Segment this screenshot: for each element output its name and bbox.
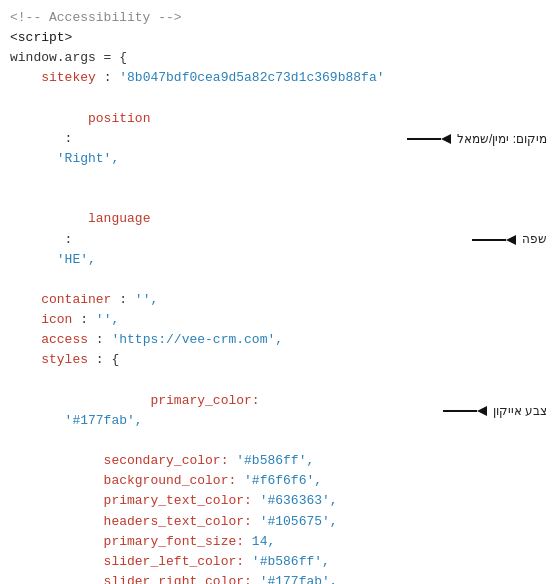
secondary-color-key: secondary_color:: [10, 451, 228, 471]
position-annotation: מיקום: ימין/שמאל: [407, 130, 547, 149]
position-val: 'Right',: [57, 151, 119, 166]
primary-color-val: '#177fab',: [57, 413, 143, 428]
styles-open: {: [111, 350, 119, 370]
styles-sep: :: [88, 350, 111, 370]
line-icon: icon : '',: [10, 310, 547, 330]
line-font-size: primary_font_size: 14,: [10, 532, 547, 552]
position-key: position: [57, 111, 151, 126]
position-ann-label: מיקום: ימין/שמאל: [457, 130, 547, 149]
line-comment: <!-- Accessibility -->: [10, 8, 547, 28]
secondary-color-val: '#b586ff',: [228, 451, 314, 471]
container-val: '',: [135, 290, 158, 310]
font-size-key: primary_font_size:: [10, 532, 244, 552]
sitekey-val: '8b047bdf0cea9d5a82c73d1c369b88fa': [119, 68, 384, 88]
line-container: container : '',: [10, 290, 547, 310]
code-container: <!-- Accessibility --> <script> window.a…: [0, 0, 557, 584]
primary-color-annotation: צבע אייקון: [443, 402, 547, 421]
line-background-color: background_color: '#f6f6f6',: [10, 471, 547, 491]
background-color-key: background_color:: [10, 471, 236, 491]
line-access: access : 'https://vee-crm.com',: [10, 330, 547, 350]
primary-text-val: '#636363',: [252, 491, 338, 511]
window-args-text: window.args = {: [10, 48, 127, 68]
slider-right-val: '#177fab',: [252, 572, 338, 584]
icon-val: '',: [96, 310, 119, 330]
line-script-open: <script>: [10, 28, 547, 48]
font-size-val: 14,: [244, 532, 275, 552]
line-window-args: window.args = {: [10, 48, 547, 68]
position-sep: :: [57, 131, 80, 146]
headers-text-key: headers_text_color:: [10, 512, 252, 532]
sitekey-sep: :: [96, 68, 119, 88]
background-color-val: '#f6f6f6',: [236, 471, 322, 491]
primary-color-ann-label: צבע אייקון: [493, 402, 547, 421]
language-sep: :: [57, 232, 80, 247]
primary-color-key: primary_color:: [57, 393, 260, 408]
language-val: 'HE',: [57, 252, 96, 267]
primary-text-key: primary_text_color:: [10, 491, 252, 511]
icon-key: icon: [10, 310, 72, 330]
line-secondary-color: secondary_color: '#b586ff',: [10, 451, 547, 471]
access-val: 'https://vee-crm.com',: [111, 330, 283, 350]
primary-color-arrow: [443, 403, 487, 419]
language-arrow: [472, 232, 516, 248]
sitekey-key: sitekey: [10, 68, 96, 88]
line-language: language : 'HE', שפה: [10, 189, 547, 290]
access-sep: :: [88, 330, 111, 350]
line-slider-right: slider_right_color: '#177fab',: [10, 572, 547, 584]
slider-left-val: '#b586ff',: [244, 552, 330, 572]
line-position: position : 'Right', מיקום: ימין/שמאל: [10, 89, 547, 190]
headers-text-val: '#105675',: [252, 512, 338, 532]
line-slider-left: slider_left_color: '#b586ff',: [10, 552, 547, 572]
language-key: language: [57, 211, 151, 226]
line-primary-color: primary_color: '#177fab', צבע אייקון: [10, 371, 547, 452]
container-key: container: [10, 290, 111, 310]
language-ann-label: שפה: [522, 230, 547, 249]
slider-right-key: slider_right_color:: [10, 572, 252, 584]
styles-key: styles: [10, 350, 88, 370]
language-annotation: שפה: [472, 230, 547, 249]
line-styles: styles : {: [10, 350, 547, 370]
line-headers-text: headers_text_color: '#105675',: [10, 512, 547, 532]
comment-text: <!-- Accessibility -->: [10, 8, 182, 28]
slider-left-key: slider_left_color:: [10, 552, 244, 572]
icon-sep: :: [72, 310, 95, 330]
script-tag: <script>: [10, 28, 72, 48]
line-sitekey: sitekey : '8b047bdf0cea9d5a82c73d1c369b8…: [10, 68, 547, 88]
position-arrow: [407, 131, 451, 147]
line-primary-text: primary_text_color: '#636363',: [10, 491, 547, 511]
access-key: access: [10, 330, 88, 350]
container-sep: :: [111, 290, 134, 310]
